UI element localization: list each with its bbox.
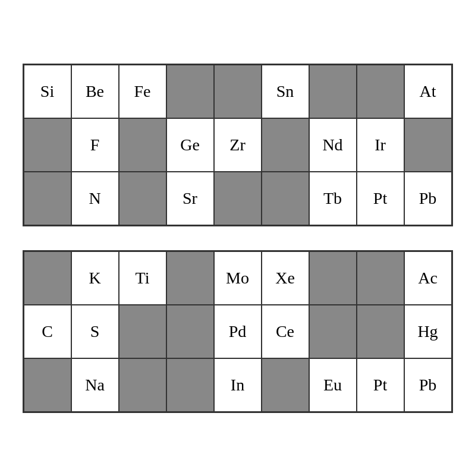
- cell-0-7: [357, 65, 404, 118]
- cell-0-3: [166, 251, 214, 305]
- cell-1-4: Zr: [214, 118, 262, 172]
- cell-2-4: In: [214, 358, 262, 412]
- cell-0-5: Sn: [262, 65, 309, 118]
- cell-2-5: [262, 358, 309, 412]
- cell-0-5: Xe: [262, 251, 309, 305]
- cell-0-8: At: [404, 65, 452, 118]
- cell-1-5: Ce: [262, 305, 309, 358]
- cell-0-4: Mo: [214, 251, 262, 305]
- cell-2-2: [119, 358, 166, 412]
- cell-1-0: C: [24, 305, 71, 358]
- cell-1-8: Hg: [404, 305, 452, 358]
- cell-1-3: Ge: [166, 118, 214, 172]
- cell-2-4: [214, 172, 262, 225]
- cell-2-8: Pb: [404, 172, 452, 225]
- cell-0-4: [214, 65, 262, 118]
- cell-2-6: Eu: [309, 358, 357, 412]
- cell-0-6: [309, 251, 357, 305]
- cell-1-7: Ir: [357, 118, 404, 172]
- cell-2-0: [24, 172, 71, 225]
- cell-2-8: Pb: [404, 358, 452, 412]
- cell-0-3: [166, 65, 214, 118]
- bottom-grid: KTiMoXeAcCSPdCeHgNaInEuPtPb: [23, 250, 453, 413]
- cell-2-3: [166, 358, 214, 412]
- cell-1-5: [262, 118, 309, 172]
- cell-1-1: F: [71, 118, 119, 172]
- top-grid: SiBeFeSnAtFGeZrNdIrNSrTbPtPb: [23, 64, 453, 226]
- cell-0-1: K: [71, 251, 119, 305]
- cell-0-8: Ac: [404, 251, 452, 305]
- cell-0-0: [24, 251, 71, 305]
- cell-1-4: Pd: [214, 305, 262, 358]
- cell-2-0: [24, 358, 71, 412]
- cell-1-3: [166, 305, 214, 358]
- cell-1-2: [119, 305, 166, 358]
- cell-2-2: [119, 172, 166, 225]
- cell-1-8: [404, 118, 452, 172]
- cell-1-7: [357, 305, 404, 358]
- cell-0-6: [309, 65, 357, 118]
- cell-2-7: Pt: [357, 358, 404, 412]
- cell-1-1: S: [71, 305, 119, 358]
- cell-1-6: Nd: [309, 118, 357, 172]
- cell-0-2: Ti: [119, 251, 166, 305]
- cell-1-0: [24, 118, 71, 172]
- cell-0-0: Si: [24, 65, 71, 118]
- cell-2-3: Sr: [166, 172, 214, 225]
- cell-2-1: Na: [71, 358, 119, 412]
- cell-0-1: Be: [71, 65, 119, 118]
- cell-0-2: Fe: [119, 65, 166, 118]
- cell-2-6: Tb: [309, 172, 357, 225]
- cell-2-5: [262, 172, 309, 225]
- cell-1-6: [309, 305, 357, 358]
- cell-1-2: [119, 118, 166, 172]
- cell-2-7: Pt: [357, 172, 404, 225]
- cell-0-7: [357, 251, 404, 305]
- cell-2-1: N: [71, 172, 119, 225]
